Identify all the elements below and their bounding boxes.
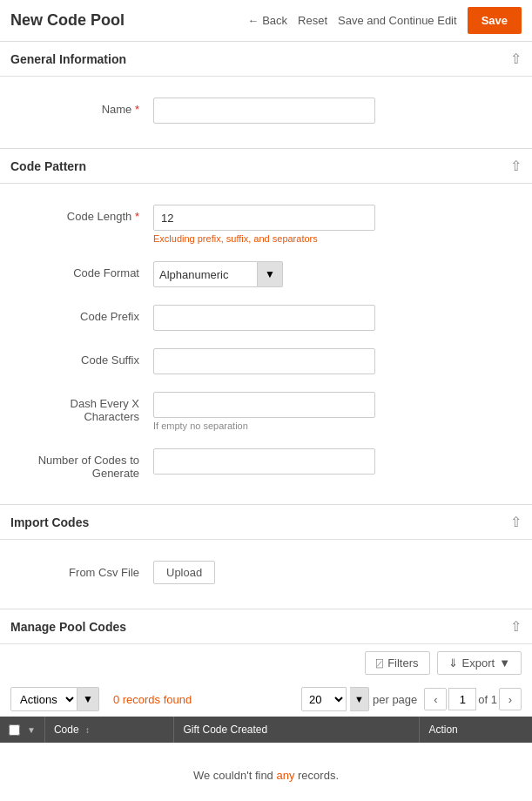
num-codes-label: Number of Codes to Generate — [14, 448, 153, 480]
import-codes-title: Import Codes — [10, 515, 89, 529]
manage-pool-codes-title: Manage Pool Codes — [10, 620, 126, 634]
actions-select[interactable]: Actions — [10, 687, 77, 711]
filter-icon: ⍁ — [376, 656, 383, 670]
select-all-checkbox[interactable] — [9, 724, 20, 736]
import-codes-header[interactable]: Import Codes ⇧ — [0, 505, 532, 540]
dash-every-row: Dash Every X Characters If empty no sepa… — [0, 385, 532, 438]
csv-file-row: From Csv File Upload — [0, 554, 532, 591]
dash-every-hint: If empty no separation — [153, 421, 518, 431]
num-codes-wrap — [153, 448, 518, 475]
reset-button[interactable]: Reset — [298, 14, 327, 27]
code-prefix-label: Code Prefix — [14, 305, 153, 323]
code-format-select[interactable]: Alphanumeric Alphabetical Numeric — [153, 261, 258, 287]
pagination-controls: ‹ of 1 › — [424, 688, 522, 710]
code-length-row: Code Length * Excluding prefix, suffix, … — [0, 198, 532, 251]
code-suffix-wrap — [153, 348, 518, 374]
table-body: We couldn't find any records. — [0, 743, 532, 801]
page-title: New Code Pool — [10, 11, 237, 30]
name-row: Name * — [0, 91, 532, 131]
name-input[interactable] — [153, 98, 375, 124]
code-format-dropdown-btn[interactable]: ▼ — [258, 261, 283, 287]
save-button[interactable]: Save — [468, 7, 522, 34]
export-dropdown-icon: ▼ — [499, 656, 510, 670]
import-codes-body: From Csv File Upload — [0, 540, 532, 609]
per-page-wrap: 20 50 100 ▼ per page — [301, 687, 417, 711]
upload-button[interactable]: Upload — [153, 561, 215, 584]
per-page-label: per page — [373, 693, 417, 706]
general-information-body: Name * — [0, 77, 532, 148]
actions-dropdown-btn[interactable]: ▼ — [77, 687, 99, 711]
filters-button[interactable]: ⍁ Filters — [365, 651, 429, 675]
no-records-cell: We couldn't find any records. — [0, 743, 532, 801]
code-length-wrap: Excluding prefix, suffix, and separators — [153, 205, 518, 244]
code-pattern-title: Code Pattern — [10, 159, 86, 173]
export-label: Export — [462, 656, 495, 670]
code-length-input[interactable] — [153, 205, 375, 231]
code-length-hint: Excluding prefix, suffix, and separators — [153, 233, 518, 244]
general-information-header[interactable]: General Information ⇧ — [0, 42, 532, 77]
manage-pool-codes-header[interactable]: Manage Pool Codes ⇧ — [0, 609, 532, 644]
code-pattern-body: Code Length * Excluding prefix, suffix, … — [0, 184, 532, 504]
export-button[interactable]: ⇓ Export ▼ — [437, 651, 522, 675]
export-icon: ⇓ — [448, 656, 458, 670]
no-records-text-part2: records. — [294, 769, 339, 782]
col-action-header: Action — [420, 717, 532, 743]
code-prefix-input[interactable] — [153, 305, 375, 331]
save-continue-button[interactable]: Save and Continue Edit — [338, 14, 457, 27]
code-prefix-wrap — [153, 305, 518, 331]
pagination-row: Actions ▼ 0 records found 20 50 100 ▼ pe… — [0, 682, 532, 717]
code-length-label: Code Length * — [14, 205, 153, 223]
col-checkbox: ▼ — [0, 717, 44, 743]
per-page-dropdown-btn[interactable]: ▼ — [350, 687, 369, 711]
manage-pool-collapse-icon: ⇧ — [510, 618, 522, 635]
num-codes-input[interactable] — [153, 448, 375, 475]
name-required-star: * — [135, 103, 139, 116]
dash-every-label: Dash Every X Characters — [14, 392, 153, 423]
code-prefix-row: Code Prefix — [0, 298, 532, 338]
page-header: New Code Pool ← Back Reset Save and Cont… — [0, 0, 532, 42]
records-found: 0 records found — [113, 693, 294, 706]
manage-pool-codes-section: Manage Pool Codes ⇧ ⍁ Filters ⇓ Export ▼… — [0, 609, 532, 801]
code-format-label: Code Format — [14, 261, 153, 279]
general-information-title: General Information — [10, 52, 126, 66]
dash-every-input[interactable] — [153, 392, 375, 418]
actions-select-wrap: Actions ▼ — [10, 687, 99, 711]
per-page-select[interactable]: 20 50 100 — [301, 687, 347, 711]
import-codes-section: Import Codes ⇧ From Csv File Upload — [0, 505, 532, 609]
col-code-header[interactable]: Code ↕ — [44, 717, 174, 743]
csv-file-wrap: Upload — [153, 561, 518, 584]
manage-pool-body: ⍁ Filters ⇓ Export ▼ Actions ▼ 0 records… — [0, 644, 532, 801]
general-information-section: General Information ⇧ Name * — [0, 42, 532, 149]
code-format-select-wrap: Alphanumeric Alphabetical Numeric ▼ — [153, 261, 518, 287]
import-codes-collapse-icon: ⇧ — [510, 514, 522, 530]
code-pattern-header[interactable]: Code Pattern ⇧ — [0, 149, 532, 184]
sort-icon: ▼ — [27, 725, 36, 735]
back-label: Back — [262, 14, 287, 27]
pool-codes-table: ▼ Code ↕ Gift Code Created Action We cou… — [0, 717, 532, 801]
csv-file-label: From Csv File — [14, 561, 153, 579]
table-header: ▼ Code ↕ Gift Code Created Action — [0, 717, 532, 743]
back-button[interactable]: ← Back — [247, 14, 287, 27]
no-records-highlight: any — [276, 769, 294, 782]
no-records-row: We couldn't find any records. — [0, 743, 532, 801]
prev-page-button[interactable]: ‹ — [424, 688, 447, 710]
name-input-wrap — [153, 98, 518, 124]
collapse-icon: ⇧ — [510, 50, 522, 67]
next-page-button[interactable]: › — [499, 688, 522, 710]
col-created-header[interactable]: Gift Code Created — [174, 717, 420, 743]
table-toolbar: ⍁ Filters ⇓ Export ▼ — [0, 644, 532, 682]
dash-every-wrap: If empty no separation — [153, 392, 518, 431]
name-label: Name * — [14, 98, 153, 116]
no-records-text-part1: We couldn't find — [193, 769, 276, 782]
code-format-wrap: Alphanumeric Alphabetical Numeric ▼ — [153, 261, 518, 287]
code-pattern-collapse-icon: ⇧ — [510, 158, 522, 174]
code-pattern-section: Code Pattern ⇧ Code Length * Excluding p… — [0, 149, 532, 505]
code-format-row: Code Format Alphanumeric Alphabetical Nu… — [0, 254, 532, 294]
code-suffix-label: Code Suffix — [14, 348, 153, 367]
back-arrow-icon: ← — [247, 14, 259, 27]
num-codes-row: Number of Codes to Generate — [0, 441, 532, 487]
code-suffix-input[interactable] — [153, 348, 375, 374]
code-suffix-row: Code Suffix — [0, 341, 532, 381]
page-number-input[interactable] — [448, 688, 476, 710]
filters-label: Filters — [387, 656, 418, 670]
